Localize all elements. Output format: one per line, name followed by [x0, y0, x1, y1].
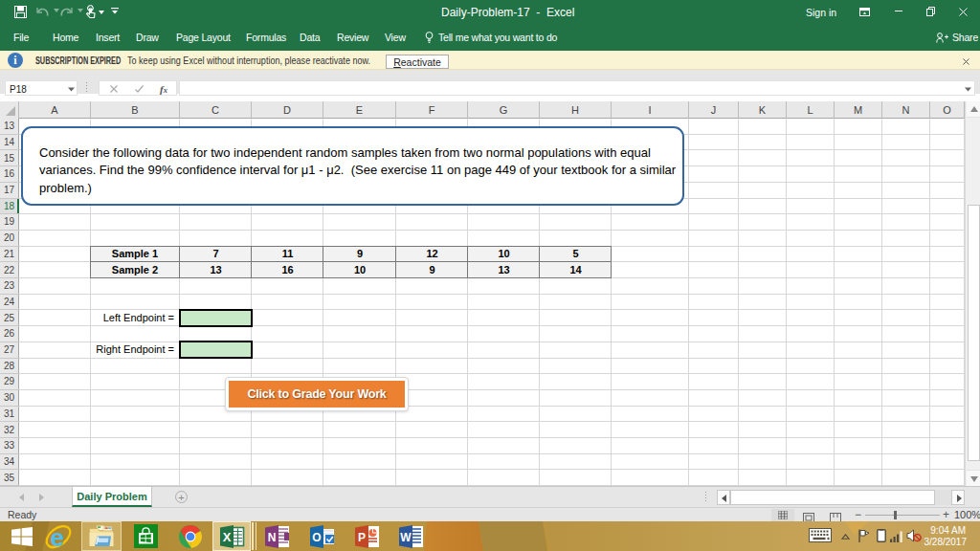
svg-text:O: O: [312, 531, 321, 544]
svg-text:X: X: [223, 530, 232, 544]
svg-text:P: P: [358, 531, 366, 544]
svg-text:W: W: [400, 531, 412, 544]
svg-text:N: N: [268, 531, 277, 544]
